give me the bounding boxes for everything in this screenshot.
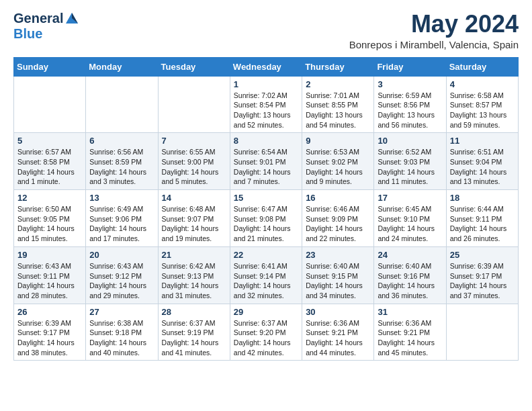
day-number: 14 (162, 193, 226, 203)
table-row: 25Sunrise: 6:39 AM Sunset: 9:17 PM Dayli… (446, 246, 518, 304)
day-info: Sunrise: 7:02 AM Sunset: 8:54 PM Dayligh… (234, 91, 298, 130)
table-row: 30Sunrise: 6:36 AM Sunset: 9:21 PM Dayli… (302, 304, 374, 361)
calendar-body: 1Sunrise: 7:02 AM Sunset: 8:54 PM Daylig… (14, 76, 519, 361)
day-info: Sunrise: 6:40 AM Sunset: 9:16 PM Dayligh… (378, 261, 442, 301)
table-row: 1Sunrise: 7:02 AM Sunset: 8:54 PM Daylig… (230, 76, 302, 133)
table-row: 3Sunrise: 6:59 AM Sunset: 8:56 PM Daylig… (374, 76, 446, 133)
day-info: Sunrise: 6:42 AM Sunset: 9:13 PM Dayligh… (162, 261, 226, 301)
day-number: 10 (378, 136, 442, 146)
table-row: 20Sunrise: 6:43 AM Sunset: 9:12 PM Dayli… (86, 246, 158, 304)
header-thursday: Thursday (302, 57, 374, 76)
table-row (158, 76, 230, 133)
day-number: 19 (17, 250, 82, 260)
day-number: 31 (378, 307, 442, 317)
day-number: 16 (306, 193, 370, 203)
logo-blue-text: Blue (13, 26, 42, 42)
day-info: Sunrise: 6:53 AM Sunset: 9:02 PM Dayligh… (306, 147, 370, 187)
day-number: 26 (17, 307, 82, 317)
day-number: 27 (89, 307, 154, 317)
day-info: Sunrise: 6:46 AM Sunset: 9:09 PM Dayligh… (306, 204, 370, 244)
table-row: 29Sunrise: 6:37 AM Sunset: 9:20 PM Dayli… (230, 304, 302, 361)
day-number: 8 (234, 136, 298, 146)
day-number: 13 (89, 193, 154, 203)
day-info: Sunrise: 6:43 AM Sunset: 9:12 PM Dayligh… (89, 261, 154, 301)
day-info: Sunrise: 6:37 AM Sunset: 9:20 PM Dayligh… (234, 318, 298, 358)
day-info: Sunrise: 6:56 AM Sunset: 8:59 PM Dayligh… (89, 147, 154, 187)
table-row (86, 76, 158, 133)
table-row: 6Sunrise: 6:56 AM Sunset: 8:59 PM Daylig… (86, 133, 158, 190)
day-number: 23 (306, 250, 370, 260)
header: General Blue May 2024 Bonrepos i Mirambe… (13, 11, 519, 50)
day-number: 18 (450, 193, 515, 203)
day-number: 2 (306, 79, 370, 89)
table-row: 18Sunrise: 6:44 AM Sunset: 9:11 PM Dayli… (446, 190, 518, 247)
day-info: Sunrise: 6:40 AM Sunset: 9:15 PM Dayligh… (306, 261, 370, 301)
logo-general-text: General (13, 11, 63, 26)
table-row: 26Sunrise: 6:39 AM Sunset: 9:17 PM Dayli… (14, 304, 86, 361)
table-row: 22Sunrise: 6:41 AM Sunset: 9:14 PM Dayli… (230, 246, 302, 304)
table-row: 14Sunrise: 6:48 AM Sunset: 9:07 PM Dayli… (158, 190, 230, 247)
day-number: 29 (234, 307, 298, 317)
day-number: 21 (162, 250, 226, 260)
day-info: Sunrise: 6:52 AM Sunset: 9:03 PM Dayligh… (378, 147, 442, 187)
day-info: Sunrise: 6:55 AM Sunset: 9:00 PM Dayligh… (162, 147, 226, 187)
table-row: 17Sunrise: 6:45 AM Sunset: 9:10 PM Dayli… (374, 190, 446, 247)
day-number: 28 (162, 307, 226, 317)
day-info: Sunrise: 6:59 AM Sunset: 8:56 PM Dayligh… (378, 91, 442, 130)
day-number: 20 (89, 250, 154, 260)
table-row (446, 304, 518, 361)
table-row: 4Sunrise: 6:58 AM Sunset: 8:57 PM Daylig… (446, 76, 518, 133)
header-wednesday: Wednesday (230, 57, 302, 76)
header-saturday: Saturday (446, 57, 518, 76)
day-info: Sunrise: 6:47 AM Sunset: 9:08 PM Dayligh… (234, 204, 298, 244)
calendar-header: Sunday Monday Tuesday Wednesday Thursday… (14, 57, 519, 76)
table-row: 19Sunrise: 6:43 AM Sunset: 9:11 PM Dayli… (14, 246, 86, 304)
table-row: 12Sunrise: 6:50 AM Sunset: 9:05 PM Dayli… (14, 190, 86, 247)
table-row: 31Sunrise: 6:36 AM Sunset: 9:21 PM Dayli… (374, 304, 446, 361)
day-info: Sunrise: 6:48 AM Sunset: 9:07 PM Dayligh… (162, 204, 226, 244)
day-info: Sunrise: 7:01 AM Sunset: 8:55 PM Dayligh… (306, 91, 370, 130)
day-info: Sunrise: 6:44 AM Sunset: 9:11 PM Dayligh… (450, 204, 515, 244)
day-number: 24 (378, 250, 442, 260)
day-number: 6 (89, 136, 154, 146)
day-number: 22 (234, 250, 298, 260)
day-number: 12 (17, 193, 82, 203)
day-info: Sunrise: 6:36 AM Sunset: 9:21 PM Dayligh… (378, 318, 442, 358)
day-number: 15 (234, 193, 298, 203)
day-info: Sunrise: 6:41 AM Sunset: 9:14 PM Dayligh… (234, 261, 298, 301)
day-number: 11 (450, 136, 515, 146)
day-number: 3 (378, 79, 442, 89)
table-row: 23Sunrise: 6:40 AM Sunset: 9:15 PM Dayli… (302, 246, 374, 304)
header-sunday: Sunday (14, 57, 86, 76)
table-row: 28Sunrise: 6:37 AM Sunset: 9:19 PM Dayli… (158, 304, 230, 361)
day-info: Sunrise: 6:49 AM Sunset: 9:06 PM Dayligh… (89, 204, 154, 244)
day-number: 25 (450, 250, 515, 260)
day-number: 7 (162, 136, 226, 146)
day-info: Sunrise: 6:58 AM Sunset: 8:57 PM Dayligh… (450, 91, 515, 130)
day-info: Sunrise: 6:54 AM Sunset: 9:01 PM Dayligh… (234, 147, 298, 187)
day-number: 1 (234, 79, 298, 89)
day-info: Sunrise: 6:50 AM Sunset: 9:05 PM Dayligh… (17, 204, 82, 244)
table-row: 9Sunrise: 6:53 AM Sunset: 9:02 PM Daylig… (302, 133, 374, 190)
table-row: 10Sunrise: 6:52 AM Sunset: 9:03 PM Dayli… (374, 133, 446, 190)
table-row: 5Sunrise: 6:57 AM Sunset: 8:58 PM Daylig… (14, 133, 86, 190)
day-number: 5 (17, 136, 82, 146)
day-info: Sunrise: 6:38 AM Sunset: 9:18 PM Dayligh… (89, 318, 154, 358)
table-row: 16Sunrise: 6:46 AM Sunset: 9:09 PM Dayli… (302, 190, 374, 247)
table-row: 13Sunrise: 6:49 AM Sunset: 9:06 PM Dayli… (86, 190, 158, 247)
header-friday: Friday (374, 57, 446, 76)
day-info: Sunrise: 6:39 AM Sunset: 9:17 PM Dayligh… (17, 318, 82, 358)
calendar-table: Sunday Monday Tuesday Wednesday Thursday… (13, 57, 519, 361)
day-info: Sunrise: 6:51 AM Sunset: 9:04 PM Dayligh… (450, 147, 515, 187)
day-info: Sunrise: 6:57 AM Sunset: 8:58 PM Dayligh… (17, 147, 82, 187)
logo: General Blue (13, 11, 79, 42)
table-row: 11Sunrise: 6:51 AM Sunset: 9:04 PM Dayli… (446, 133, 518, 190)
table-row: 2Sunrise: 7:01 AM Sunset: 8:55 PM Daylig… (302, 76, 374, 133)
table-row: 7Sunrise: 6:55 AM Sunset: 9:00 PM Daylig… (158, 133, 230, 190)
day-info: Sunrise: 6:37 AM Sunset: 9:19 PM Dayligh… (162, 318, 226, 358)
day-number: 4 (450, 79, 515, 89)
table-row: 24Sunrise: 6:40 AM Sunset: 9:16 PM Dayli… (374, 246, 446, 304)
table-row: 8Sunrise: 6:54 AM Sunset: 9:01 PM Daylig… (230, 133, 302, 190)
header-tuesday: Tuesday (158, 57, 230, 76)
table-row: 15Sunrise: 6:47 AM Sunset: 9:08 PM Dayli… (230, 190, 302, 247)
